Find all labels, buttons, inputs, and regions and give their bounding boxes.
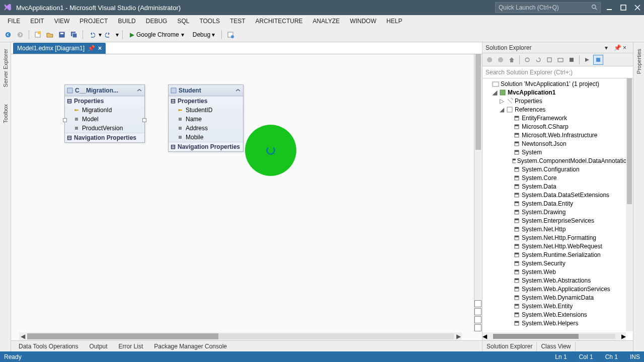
tree-reference[interactable]: System [482, 148, 633, 156]
entity-property[interactable]: StudentID [169, 106, 243, 115]
entity-header[interactable]: C__Migration... [65, 85, 144, 96]
zoom-in-button[interactable] [474, 300, 481, 307]
expander-icon[interactable]: ▷ [499, 98, 505, 105]
tree-reference[interactable]: System.Net.Http [482, 225, 633, 233]
tree-reference[interactable]: Microsoft.CSharp [482, 122, 633, 131]
tree-reference[interactable]: System.Web.ApplicationServices [482, 285, 633, 293]
pan-button[interactable] [474, 324, 481, 331]
resize-handle[interactable] [63, 118, 67, 122]
tab-solution-explorer[interactable]: Solution Explorer [482, 342, 537, 351]
home-button[interactable] [507, 55, 517, 65]
tree-reference[interactable]: System.ComponentModel.DataAnnotations [482, 156, 633, 165]
solution-search-input[interactable]: Search Solution Explorer (Ctrl+;) [482, 66, 633, 78]
tree-reference[interactable]: System.Runtime.Serialization [482, 250, 633, 259]
entity-header[interactable]: Student [169, 85, 243, 96]
resize-handle[interactable] [142, 118, 146, 122]
tree-reference[interactable]: EntityFramework [482, 114, 633, 122]
chevron-down-icon[interactable]: ▾ [99, 31, 102, 38]
tree-reference[interactable]: System.Configuration [482, 165, 633, 173]
config-dropdown[interactable]: Debug ▾ [190, 31, 218, 38]
tree-properties[interactable]: ▷Properties [482, 97, 633, 105]
properties-header[interactable]: ⊟ Properties [65, 97, 144, 106]
menu-help[interactable]: HELP [382, 17, 407, 26]
chevron-down-icon[interactable]: ▾ [181, 31, 184, 38]
save-all-button[interactable] [69, 30, 79, 40]
menu-window[interactable]: WINDOW [345, 17, 381, 26]
tree-vertical-scrollbar[interactable] [626, 78, 633, 331]
tree-reference[interactable]: Microsoft.Web.Infrastructure [482, 131, 633, 139]
tree-reference[interactable]: System.EnterpriseServices [482, 216, 633, 225]
entity-property[interactable]: MigrationId [65, 106, 144, 115]
nav-forward-button[interactable] [15, 30, 25, 40]
new-project-button[interactable] [33, 30, 43, 40]
tab-output[interactable]: Output [85, 341, 112, 351]
menu-analyze[interactable]: ANALYZE [308, 17, 345, 26]
expander-icon[interactable]: ◢ [492, 89, 498, 96]
tab-close-icon[interactable]: × [98, 45, 102, 52]
scrollbar-thumb[interactable] [627, 78, 632, 204]
tab-error-list[interactable]: Error List [114, 341, 148, 351]
entity-property[interactable]: Mobile [169, 133, 243, 142]
collapse-icon[interactable] [235, 87, 241, 94]
diagram-canvas[interactable]: C__Migration... ⊟ Properties MigrationId… [11, 54, 482, 340]
tree-reference[interactable]: System.Web.DynamicData [482, 293, 633, 302]
nav-header[interactable]: ⊟ Navigation Properties [169, 142, 243, 151]
tree-reference[interactable]: Newtonsoft.Json [482, 139, 633, 148]
tree-reference[interactable]: System.Data [482, 182, 633, 191]
tree-reference[interactable]: System.Data.Entity [482, 199, 633, 208]
entity-property[interactable]: Name [169, 115, 243, 124]
toolbox-tab[interactable]: Toolbox [1, 101, 10, 127]
scrollbar-track[interactable] [27, 333, 454, 339]
tree-reference[interactable]: System.Net.Http.WebRequest [482, 242, 633, 250]
show-all-button[interactable] [555, 55, 566, 65]
scrollbar-track[interactable] [493, 334, 615, 339]
menu-test[interactable]: TEST [225, 17, 250, 26]
horizontal-scrollbar[interactable]: ◀ ▶ [19, 332, 462, 340]
entity-migration[interactable]: C__Migration... ⊟ Properties MigrationId… [64, 84, 145, 143]
tree-horizontal-scrollbar[interactable]: ◀ ▶ [482, 332, 626, 340]
fit-button[interactable] [474, 316, 481, 323]
scroll-right-icon[interactable]: ▶ [621, 333, 626, 340]
scrollbar-thumb[interactable] [475, 54, 481, 150]
entity-property[interactable]: Address [169, 124, 243, 133]
close-button[interactable] [634, 4, 641, 11]
tab-data-tools[interactable]: Data Tools Operations [14, 341, 83, 351]
refresh-button[interactable] [533, 55, 543, 65]
redo-button[interactable] [104, 30, 114, 40]
tree-reference[interactable]: System.Web.Entity [482, 302, 633, 310]
chevron-down-icon[interactable]: ▾ [116, 31, 119, 38]
properties-tab[interactable]: Properties [634, 45, 643, 77]
close-icon[interactable]: × [623, 44, 630, 51]
tab-class-view[interactable]: Class View [537, 342, 575, 351]
tree-reference[interactable]: System.Core [482, 173, 633, 182]
tree-reference[interactable]: System.Drawing [482, 208, 633, 216]
back-button[interactable] [485, 55, 495, 65]
tree-reference[interactable]: System.Web.Extensions [482, 310, 633, 319]
open-button[interactable] [45, 30, 55, 40]
menu-debug[interactable]: DEBUG [141, 17, 172, 26]
dropdown-icon[interactable]: ▾ [605, 44, 612, 51]
nav-back-button[interactable] [3, 30, 13, 40]
vertical-scrollbar[interactable] [474, 54, 482, 331]
menu-architecture[interactable]: ARCHITECTURE [251, 17, 307, 26]
menu-view[interactable]: VIEW [50, 17, 74, 26]
pin-icon[interactable]: 📌 [88, 45, 95, 52]
view-button[interactable] [593, 55, 603, 65]
tree-project[interactable]: ◢MvcApplication1 [482, 88, 633, 97]
properties-button[interactable] [567, 55, 577, 65]
zoom-out-button[interactable] [474, 308, 481, 315]
menu-sql[interactable]: SQL [173, 17, 194, 26]
preview-button[interactable] [582, 55, 592, 65]
entity-property[interactable]: Model [65, 115, 144, 124]
undo-button[interactable] [87, 30, 97, 40]
minimize-button[interactable] [606, 4, 613, 11]
collapse-icon[interactable] [136, 87, 142, 94]
start-debug-button[interactable]: ▶ Google Chrome ▾ [126, 29, 188, 40]
quick-launch-input[interactable]: Quick Launch (Ctrl+Q) [495, 2, 601, 13]
save-button[interactable] [57, 30, 67, 40]
sync-button[interactable] [522, 55, 532, 65]
menu-edit[interactable]: EDIT [26, 17, 48, 26]
nav-header[interactable]: ⊟ Navigation Properties [65, 133, 144, 142]
tree-reference[interactable]: System.Net.Http.Formatting [482, 233, 633, 242]
browse-button[interactable] [225, 30, 235, 40]
